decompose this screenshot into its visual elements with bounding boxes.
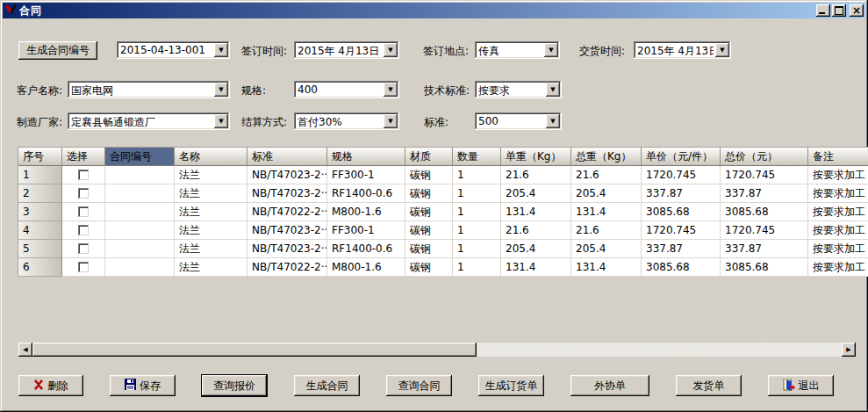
cell-material[interactable]: 碳钢	[405, 166, 453, 184]
cell-total_weight[interactable]: 205.4	[571, 184, 642, 203]
cell-qty[interactable]: 1	[453, 166, 501, 184]
cell-total_price[interactable]: 1720.745	[721, 221, 808, 240]
query-contract-button[interactable]: 查询合同	[386, 375, 452, 396]
cell-qty[interactable]: 1	[453, 184, 501, 203]
cell-unit_price[interactable]: 337.87	[642, 184, 721, 203]
cell-name[interactable]: 法兰	[175, 258, 247, 277]
sign-time-dropdown-button[interactable]: ▼	[384, 43, 398, 57]
cell-material[interactable]: 碳钢	[405, 203, 453, 221]
row-select-checkbox[interactable]	[78, 262, 90, 273]
cell-unit_price[interactable]: 3085.68	[642, 203, 721, 221]
row-select-checkbox[interactable]	[78, 243, 90, 255]
grid-horizontal-scrollbar[interactable]: ◀ ▶	[18, 343, 856, 357]
cell-unit_price[interactable]: 3085.68	[642, 258, 721, 277]
cell-standard[interactable]: NB/T47022-2···	[247, 203, 327, 221]
cell-remark[interactable]: 按要求加工	[808, 166, 868, 184]
cell-total_price[interactable]: 3085.68	[721, 203, 808, 221]
column-header-6[interactable]: 材质	[405, 148, 453, 166]
cell-material[interactable]: 碳钢	[405, 240, 453, 258]
cell-unit_weight[interactable]: 131.4	[501, 203, 571, 221]
cell-standard[interactable]: NB/T47023-2···	[247, 240, 327, 258]
row-select-checkbox[interactable]	[78, 225, 90, 236]
spec-combobox[interactable]: 400 ▼	[294, 81, 399, 98]
cell-spec[interactable]: M800-1.6	[327, 258, 405, 277]
manufacturer-dropdown-button[interactable]: ▼	[214, 114, 228, 128]
standard-dropdown-button[interactable]: ▼	[546, 114, 560, 128]
cell-total_weight[interactable]: 21.6	[571, 221, 642, 240]
cell-material[interactable]: 碳钢	[405, 258, 453, 277]
cell-remark[interactable]: 按要求加工	[808, 240, 868, 258]
column-header-7[interactable]: 数量	[453, 148, 501, 166]
minimize-button[interactable]	[816, 4, 830, 17]
delivery-time-datepicker[interactable]: 2015年 4月13日 ▼	[634, 41, 731, 59]
scroll-right-button[interactable]: ▶	[842, 343, 856, 357]
cell-total_weight[interactable]: 21.6	[571, 166, 642, 184]
cell-qty[interactable]: 1	[453, 203, 501, 221]
cell-total_price[interactable]: 337.87	[721, 184, 808, 203]
cell-material[interactable]: 碳钢	[405, 221, 453, 240]
cell-qty[interactable]: 1	[453, 221, 501, 240]
cell-spec[interactable]: RF1400-0.6	[327, 240, 405, 258]
scrollbar-thumb[interactable]	[32, 343, 477, 357]
cell-contract_no[interactable]	[105, 221, 175, 240]
cell-spec[interactable]: M800-1.6	[327, 203, 405, 221]
cell-remark[interactable]: 按要求加工	[808, 203, 868, 221]
scroll-left-button[interactable]: ◀	[18, 343, 32, 357]
cell-unit_price[interactable]: 1720.745	[642, 221, 721, 240]
column-header-0[interactable]: 序号	[18, 148, 62, 166]
column-header-2[interactable]: 合同编号	[105, 148, 175, 166]
cell-name[interactable]: 法兰	[175, 240, 247, 258]
outsource-order-button[interactable]: 外协单	[570, 375, 649, 396]
cell-spec[interactable]: RF1400-0.6	[327, 184, 405, 203]
query-quote-button[interactable]: 查询报价	[202, 375, 267, 396]
cell-remark[interactable]: 按要求加工	[808, 221, 868, 240]
column-header-9[interactable]: 总重（Kg）	[571, 148, 642, 166]
standard-combobox[interactable]: 500 ▼	[475, 112, 562, 130]
cell-standard[interactable]: NB/T47022-2···	[247, 258, 327, 277]
delivery-time-dropdown-button[interactable]: ▼	[715, 43, 729, 57]
cell-total_weight[interactable]: 131.4	[571, 258, 642, 277]
column-header-1[interactable]: 选择	[62, 148, 105, 166]
sign-place-combobox[interactable]: 传真 ▼	[475, 41, 560, 59]
row-select-checkbox[interactable]	[78, 206, 90, 218]
column-header-5[interactable]: 规格	[327, 148, 405, 166]
column-header-10[interactable]: 单价（元/件）	[642, 148, 721, 166]
cell-qty[interactable]: 1	[453, 258, 501, 277]
cell-material[interactable]: 碳钢	[405, 184, 453, 203]
generate-contract-button[interactable]: 生成合同	[294, 375, 360, 396]
shipping-order-button[interactable]: 发货单	[676, 375, 742, 396]
cell-unit_weight[interactable]: 131.4	[501, 258, 571, 277]
cell-spec[interactable]: FF300-1	[327, 221, 405, 240]
column-header-4[interactable]: 标准	[247, 148, 327, 166]
cell-total_price[interactable]: 1720.745	[721, 166, 808, 184]
maximize-button[interactable]	[832, 4, 846, 17]
cell-remark[interactable]: 按要求加工	[808, 258, 868, 277]
cell-unit_weight[interactable]: 205.4	[501, 184, 571, 203]
column-header-3[interactable]: 名称	[175, 148, 247, 166]
sign-place-dropdown-button[interactable]: ▼	[544, 43, 558, 57]
payment-dropdown-button[interactable]: ▼	[384, 114, 398, 128]
contract-number-combobox[interactable]: 2015-04-13-001 ▼	[117, 41, 230, 59]
cell-unit_weight[interactable]: 205.4	[501, 240, 571, 258]
customer-dropdown-button[interactable]: ▼	[214, 83, 228, 97]
cell-name[interactable]: 法兰	[175, 184, 247, 203]
save-button[interactable]: 保存	[110, 375, 176, 396]
cell-standard[interactable]: NB/T47023-2···	[247, 184, 327, 203]
exit-button[interactable]: 退出	[768, 375, 834, 396]
cell-standard[interactable]: NB/T47023-2···	[247, 166, 327, 184]
close-button[interactable]: ×	[850, 4, 864, 17]
cell-qty[interactable]: 1	[453, 240, 501, 258]
cell-unit_price[interactable]: 1720.745	[642, 166, 721, 184]
cell-total_price[interactable]: 337.87	[721, 240, 808, 258]
sign-time-datepicker[interactable]: 2015年 4月13日 ▼	[294, 41, 399, 59]
delete-button[interactable]: 删除	[18, 375, 83, 396]
cell-spec[interactable]: FF300-1	[327, 166, 405, 184]
column-header-8[interactable]: 单重（Kg）	[501, 148, 571, 166]
column-header-12[interactable]: 备注	[808, 148, 868, 166]
cell-total_weight[interactable]: 205.4	[571, 240, 642, 258]
row-select-checkbox[interactable]	[78, 170, 90, 181]
payment-combobox[interactable]: 首付30% ▼	[294, 112, 399, 130]
cell-contract_no[interactable]	[105, 240, 175, 258]
tech-standard-combobox[interactable]: 按要求 ▼	[475, 81, 562, 98]
cell-contract_no[interactable]	[105, 203, 175, 221]
